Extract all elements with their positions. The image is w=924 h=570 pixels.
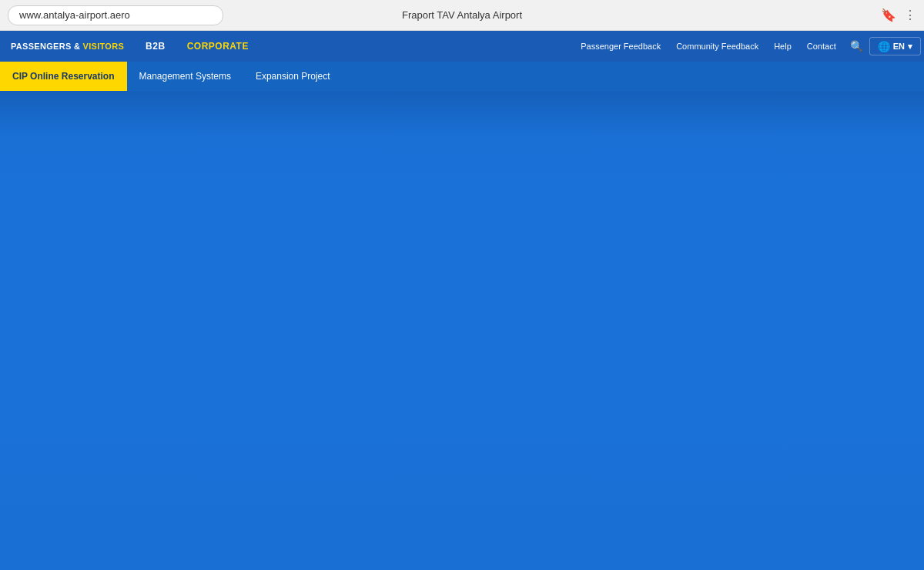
nav-item-passengers-visitors[interactable]: PASSENGERS & VISITORS [0, 31, 135, 62]
expansion-project-label: Expansion Project [256, 71, 330, 82]
nav-item-community-feedback[interactable]: Community Feedback [668, 31, 766, 62]
address-bar[interactable]: www.antalya-airport.aero [8, 5, 223, 25]
passenger-feedback-label: Passenger Feedback [581, 42, 661, 51]
management-systems-label: Management Systems [139, 71, 231, 82]
nav-item-corporate[interactable]: CORPORATE [176, 31, 259, 62]
passengers-label: PASSENGERS [11, 42, 72, 51]
top-nav-right: Passenger Feedback Community Feedback He… [573, 31, 924, 62]
globe-icon: 🌐 [878, 41, 890, 52]
and-label: & [72, 42, 81, 51]
sec-nav-item-cip-online-reservation[interactable]: CIP Online Reservation [0, 62, 127, 91]
nav-item-help[interactable]: Help [766, 31, 799, 62]
corporate-label: CORPORATE [187, 41, 249, 52]
b2b-label: B2B [146, 41, 166, 52]
main-content [0, 91, 924, 570]
browser-menu-icon[interactable]: ⋮ [904, 8, 916, 22]
nav-item-contact[interactable]: Contact [799, 31, 844, 62]
browser-actions: 🔖 ⋮ [881, 8, 916, 22]
visitors-label: VISITORS [83, 42, 125, 51]
language-selector[interactable]: 🌐 EN ▾ [869, 37, 921, 55]
browser-chrome: www.antalya-airport.aero Fraport TAV Ant… [0, 0, 924, 31]
nav-item-passenger-feedback[interactable]: Passenger Feedback [573, 31, 668, 62]
search-icon[interactable]: 🔍 [844, 40, 869, 52]
help-label: Help [774, 42, 792, 51]
secondary-nav: CIP Online Reservation Management System… [0, 62, 924, 91]
cip-online-reservation-label: CIP Online Reservation [12, 71, 115, 82]
top-nav: PASSENGERS & VISITORS B2B CORPORATE Pass… [0, 31, 924, 62]
nav-item-b2b[interactable]: B2B [135, 31, 176, 62]
language-label: EN [893, 42, 905, 51]
sec-nav-item-expansion-project[interactable]: Expansion Project [243, 62, 343, 91]
top-nav-left: PASSENGERS & VISITORS B2B CORPORATE [0, 31, 259, 62]
sec-nav-item-management-systems[interactable]: Management Systems [127, 62, 243, 91]
chevron-down-icon: ▾ [908, 42, 912, 52]
browser-title: Fraport TAV Antalya Airport [402, 9, 522, 21]
bookmark-icon[interactable]: 🔖 [881, 8, 896, 22]
contact-label: Contact [807, 42, 836, 51]
community-feedback-label: Community Feedback [676, 42, 758, 51]
url-text: www.antalya-airport.aero [19, 9, 130, 21]
